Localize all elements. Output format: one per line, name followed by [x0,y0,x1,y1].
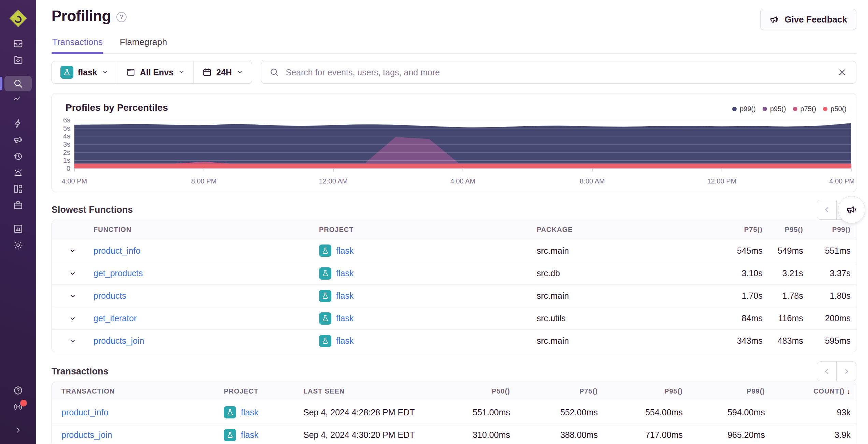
p75-cell: 3.10s [727,268,768,278]
project-link[interactable]: flask [336,291,353,301]
project-link[interactable]: flask [241,430,258,440]
chevron-down-icon [102,68,108,77]
sidebar-item-settings[interactable] [4,237,32,253]
column-header[interactable]: TRANSACTION [52,387,224,395]
sidebar-item-stats[interactable] [4,221,32,237]
flask-platform-icon [319,267,331,280]
column-header[interactable]: P95() [603,387,688,395]
sidebar-item-feedback[interactable] [4,132,32,148]
sidebar-item-explore[interactable] [4,76,32,91]
sidebar-collapse-button[interactable] [4,423,32,438]
column-header[interactable]: FUNCTION [93,226,319,234]
transactions-table: TRANSACTIONPROJECTLAST SEENP50()P75()P95… [52,382,856,444]
project-link[interactable]: flask [336,246,353,256]
chevron-down-icon [69,292,76,300]
legend-item[interactable]: p75() [793,105,816,113]
column-header[interactable]: PROJECT [224,387,303,395]
svg-text:12:00 AM: 12:00 AM [319,177,348,185]
sidebar-item-help[interactable] [4,383,32,398]
search-input[interactable] [285,67,830,78]
expand-row-button[interactable] [67,335,78,347]
package-cell: src.main [537,246,727,256]
next-page-button[interactable] [837,361,856,381]
transaction-link[interactable]: products_join [61,430,112,440]
tab-flamegraph[interactable]: Flamegraph [119,33,168,53]
function-link[interactable]: products_join [93,336,144,346]
column-header[interactable]: PACKAGE [537,226,727,234]
megaphone-icon [846,204,857,216]
project-link[interactable]: flask [241,408,258,417]
sidebar-item-whats-new[interactable] [4,399,32,415]
p95-cell: 554.00ms [603,408,688,417]
sidebar-item-traces[interactable] [4,92,32,108]
column-header[interactable]: P99() [809,226,856,234]
p99-cell: 965.20ms [688,430,770,440]
transaction-link[interactable]: product_info [61,408,108,417]
sidebar-item-alerts[interactable] [4,165,32,180]
floating-feedback-button[interactable] [838,196,865,223]
legend-item[interactable]: p50() [823,105,847,113]
function-link[interactable]: get_iterator [93,313,136,323]
question-circle-icon[interactable]: ? [116,12,127,22]
legend-item[interactable]: p95() [763,105,786,113]
sort-arrow-icon: ↓ [847,387,851,396]
legend-label: p99() [740,105,756,113]
legend-item[interactable]: p99() [732,105,756,113]
filter-bar: flask All Envs 24H [52,61,856,84]
expand-row-button[interactable] [67,268,78,279]
p99-cell: 200ms [809,313,856,323]
flask-platform-icon [60,66,73,79]
sidebar-item-crons[interactable] [4,148,32,164]
package-cell: src.main [537,336,727,346]
sidebar-item-dashboards[interactable] [4,181,32,197]
expand-row-button[interactable] [67,245,78,256]
project-link[interactable]: flask [336,268,353,278]
sidebar-item-insights[interactable] [4,116,32,131]
project-link[interactable]: flask [336,336,353,346]
date-range-filter[interactable]: 24H [193,61,252,83]
count-cell: 3.9k [770,430,856,440]
function-link[interactable]: products [93,291,126,301]
sentry-logo-icon[interactable] [9,9,28,28]
clear-search-button[interactable] [836,66,848,78]
column-header[interactable]: P50() [434,387,516,395]
column-header[interactable]: PROJECT [319,226,537,234]
chevron-down-icon [69,337,76,345]
chart-legend: p99() p95() p75() p50() [732,105,847,113]
sidebar-nav [4,35,32,253]
previous-page-button[interactable] [817,361,837,381]
project-link[interactable]: flask [336,313,353,323]
function-link[interactable]: product_info [93,246,141,256]
project-filter[interactable]: flask [52,61,117,83]
table-row: products_join flask Sep 4, 2024 4:30:20 … [52,424,856,444]
last-seen-cell: Sep 4, 2024 4:30:20 PM EDT [303,430,434,440]
give-feedback-button[interactable]: Give Feedback [760,9,856,30]
svg-text:8:00 PM: 8:00 PM [191,177,216,185]
expand-row-button[interactable] [67,290,78,302]
chevron-down-icon [69,315,76,322]
search-icon [13,78,23,89]
function-link[interactable]: get_products [93,268,143,278]
expand-row-button[interactable] [67,313,78,324]
sidebar-item-releases[interactable] [4,197,32,213]
previous-page-button[interactable] [817,200,837,220]
clock-rewind-icon [13,151,23,161]
column-header[interactable]: P75() [727,226,768,234]
column-header[interactable]: LAST SEEN [303,387,434,395]
sidebar-item-issues[interactable] [4,36,32,51]
calendar-icon [202,68,212,77]
column-header[interactable]: P99() [688,387,770,395]
tab-transactions[interactable]: Transactions [52,33,103,53]
sidebar-item-projects[interactable] [4,52,32,68]
chevron-left-icon [823,368,830,375]
megaphone-icon [769,14,780,25]
column-header[interactable]: P75() [516,387,603,395]
page-filter-group: flask All Envs 24H [52,61,252,84]
environment-filter[interactable]: All Envs [117,61,193,83]
legend-label: p95() [770,105,786,113]
chevron-right-icon [843,368,850,375]
svg-text:1s: 1s [63,157,70,164]
column-header[interactable]: P95() [768,226,809,234]
column-header[interactable]: COUNT()↓ [770,387,856,396]
help-icon [13,385,23,396]
